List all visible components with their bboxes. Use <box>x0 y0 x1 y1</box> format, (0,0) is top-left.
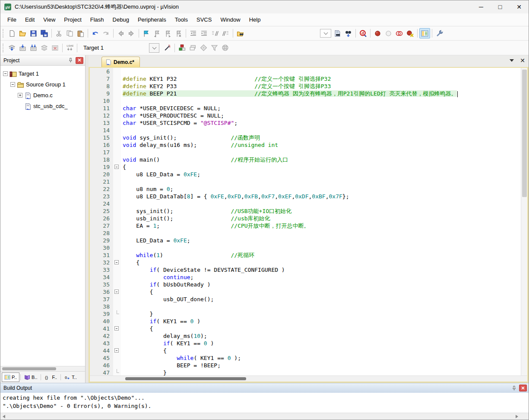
options-for-target-icon[interactable] <box>162 43 173 53</box>
translate-icon[interactable] <box>6 43 17 53</box>
hscroll-thumb[interactable] <box>2 367 56 370</box>
code-line-28[interactable]: 28 <box>90 229 521 237</box>
target-dropdown-icon[interactable] <box>149 43 159 53</box>
code-line-12[interactable]: 12char *USER_PRODUCTDESC = NULL; <box>90 112 521 119</box>
menu-tools[interactable]: Tools <box>171 15 192 25</box>
fold-collapse-icon[interactable] <box>114 348 119 353</box>
panel-tab-functions-tab[interactable]: {}F.. <box>42 372 60 382</box>
code-line-30[interactable]: 30 <box>90 244 521 251</box>
code-line-24[interactable]: 24 <box>90 200 521 207</box>
code-line-18[interactable]: 18void main() //程序开始运行的入口 <box>90 156 521 163</box>
code-line-47[interactable]: 47 } <box>90 369 521 375</box>
indent-icon[interactable] <box>199 28 209 38</box>
manage-rte-icon[interactable] <box>177 43 187 53</box>
code-line-15[interactable]: 15void sys_init(); //函数声明 <box>90 134 521 141</box>
code-line-41[interactable]: 41 { <box>90 325 521 332</box>
expander-minus-icon[interactable] <box>10 82 15 87</box>
diamond-icon[interactable] <box>198 43 209 53</box>
start-stop-debug-icon[interactable]: d <box>358 28 368 38</box>
code-line-23[interactable]: 23 u8 LED_DataTab[8] = { 0xFE,0xFD,0xFB,… <box>90 193 521 200</box>
panel-tab-books-tab[interactable]: B.. <box>22 372 40 382</box>
fold-margin[interactable] <box>113 259 121 266</box>
code-line-16[interactable]: 16void delay_ms(u16 ms); //unsigned int <box>90 141 521 149</box>
expander-plus-icon[interactable] <box>18 93 22 98</box>
fold-collapse-icon[interactable] <box>114 260 119 264</box>
insert-bookmark-icon[interactable] <box>141 28 152 38</box>
build-icon[interactable] <box>17 43 28 53</box>
maximize-button[interactable]: □ <box>491 0 510 13</box>
vscroll-thumb[interactable] <box>522 70 527 197</box>
rebuild-icon[interactable] <box>28 43 39 53</box>
batch-build-icon[interactable] <box>39 43 50 53</box>
windows-stack-icon[interactable] <box>187 43 198 53</box>
menu-view[interactable]: View <box>39 15 60 25</box>
expander-minus-icon[interactable] <box>3 71 8 76</box>
search-dropdown[interactable] <box>320 29 331 38</box>
menu-peripherals[interactable]: Peripherals <box>133 15 171 25</box>
editor-vscrollbar[interactable] <box>521 68 527 375</box>
code-line-29[interactable]: 29 LED_Data = 0xFE; <box>90 237 521 244</box>
code-line-34[interactable]: 34 continue; <box>90 274 521 281</box>
fold-margin[interactable] <box>113 325 121 332</box>
project-panel-close-icon[interactable]: ✕ <box>76 57 83 64</box>
fold-margin[interactable] <box>113 369 121 375</box>
code-line-42[interactable]: 42 delay_ms(10); <box>90 332 521 340</box>
code-line-20[interactable]: 20 u8 LED_Data = 0xFE; <box>90 171 521 178</box>
code-line-39[interactable]: 39 } <box>90 310 521 318</box>
fold-margin[interactable] <box>113 347 121 354</box>
unindent-icon[interactable] <box>188 28 199 38</box>
open-file-icon[interactable] <box>17 28 28 38</box>
menu-project[interactable]: Project <box>60 15 86 25</box>
editor-hscroll-thumb[interactable] <box>125 377 246 380</box>
find-in-files-folder-icon[interactable] <box>235 28 246 38</box>
undo-icon[interactable] <box>90 28 101 38</box>
save-all-icon[interactable] <box>39 28 50 38</box>
copy-icon[interactable] <box>64 28 75 38</box>
code-line-21[interactable]: 21 <box>90 178 521 185</box>
build-output-hscrollbar[interactable] <box>0 413 529 420</box>
code-line-33[interactable]: 33 if( DeviceState != DEVSTATE_CONFIGURE… <box>90 266 521 274</box>
code-line-36[interactable]: 36 { <box>90 288 521 296</box>
menu-svcs[interactable]: SVCS <box>192 15 216 25</box>
next-bookmark-icon[interactable] <box>162 28 173 38</box>
uncomment-selection-icon[interactable] <box>220 28 231 38</box>
menu-file[interactable]: File <box>3 15 21 25</box>
kill-all-breakpoints-icon[interactable] <box>405 28 415 38</box>
menu-window[interactable]: Window <box>216 15 244 25</box>
mesh-icon[interactable] <box>220 43 231 53</box>
target-select[interactable]: Target 1 <box>82 43 159 53</box>
code-editor[interactable]: 67#define KEY1 P32 //定义一个按键 引脚选择P328#def… <box>90 68 527 375</box>
code-line-9[interactable]: 9#define BEEP P21 //定义蜂鸣器 因为没有蜂鸣器，用P21引脚… <box>90 90 521 97</box>
previous-bookmark-icon[interactable] <box>152 28 162 38</box>
panel-tab-project-tab[interactable]: P.. <box>2 372 19 382</box>
new-file-icon[interactable] <box>6 28 17 38</box>
fold-collapse-icon[interactable] <box>114 290 119 294</box>
download-icon[interactable]: LOAD <box>64 43 75 53</box>
tree-item-stc-usb-cdc-[interactable]: stc_usb_cdc_ <box>0 101 85 111</box>
fold-margin[interactable] <box>113 288 121 296</box>
funnel-icon[interactable] <box>209 43 220 53</box>
code-line-35[interactable]: 35 if( bUsbOutReady ) <box>90 281 521 288</box>
build-output-close-icon[interactable]: ✕ <box>519 385 527 391</box>
menu-edit[interactable]: Edit <box>21 15 39 25</box>
tree-item-demo-c[interactable]: Demo.c <box>0 90 85 101</box>
close-document-icon[interactable]: ✕ <box>520 58 525 63</box>
minimize-button[interactable]: ─ <box>472 0 491 13</box>
code-line-14[interactable]: 14 <box>90 127 521 134</box>
pin-icon[interactable] <box>67 57 74 64</box>
code-line-13[interactable]: 13char *USER_STCISPCMD = "@STCISP#"; <box>90 119 521 127</box>
scroll-left-arrow-icon[interactable] <box>3 415 5 418</box>
redo-icon[interactable] <box>101 28 111 38</box>
code-line-6[interactable]: 6 <box>90 68 521 75</box>
tab-demo-c[interactable]: Demo.c* <box>101 57 140 67</box>
code-line-31[interactable]: 31 while(1) //死循环 <box>90 251 521 259</box>
code-line-37[interactable]: 37 usb_OUT_done(); <box>90 296 521 303</box>
disable-breakpoint-icon[interactable] <box>383 28 394 38</box>
menu-help[interactable]: Help <box>245 15 265 25</box>
clear-all-bookmarks-icon[interactable] <box>173 28 184 38</box>
code-line-45[interactable]: 45 while( KEY1 == 0 ); <box>90 354 521 362</box>
code-line-32[interactable]: 32 { <box>90 259 521 266</box>
code-line-38[interactable]: 38 <box>90 303 521 310</box>
editor-hscrollbar[interactable] <box>90 375 527 382</box>
configure-icon[interactable] <box>434 28 445 38</box>
